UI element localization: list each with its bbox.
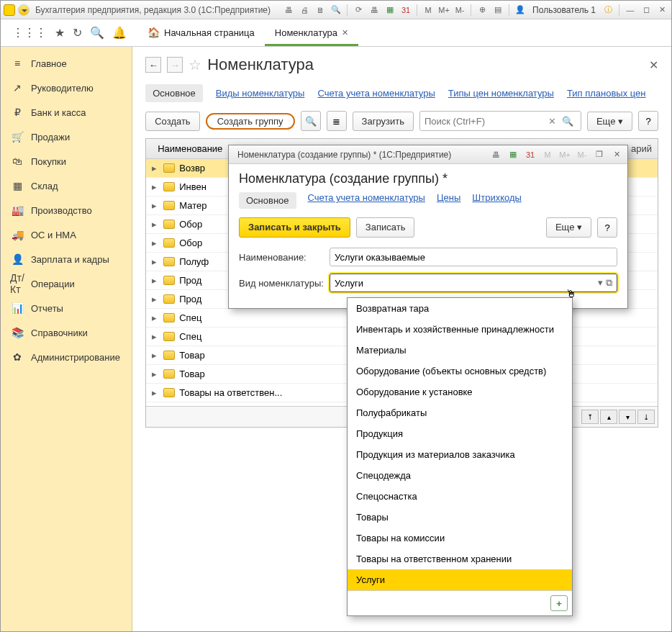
- expand-icon[interactable]: ▸: [152, 294, 159, 304]
- modal-subnav-item[interactable]: Основное: [239, 192, 296, 209]
- save-close-button[interactable]: Записать и закрыть: [239, 217, 350, 238]
- expand-icon[interactable]: ▸: [152, 181, 159, 192]
- mminus-icon[interactable]: M-: [576, 148, 589, 161]
- subnav-item[interactable]: Основное: [145, 84, 203, 102]
- sidebar-item-10[interactable]: 📊Отчеты: [1, 296, 132, 320]
- apps-icon[interactable]: ⋮⋮⋮: [12, 26, 47, 40]
- dropdown-item[interactable]: Товары на комиссии: [348, 528, 572, 549]
- print-icon[interactable]: 🖶: [282, 4, 295, 17]
- save-button[interactable]: Записать: [356, 217, 415, 238]
- dropdown-item[interactable]: Продукция из материалов заказчика: [348, 444, 572, 465]
- memory-m[interactable]: M: [422, 4, 435, 17]
- dropdown-item[interactable]: Спецодежда: [348, 465, 572, 486]
- search-icon[interactable]: 🔍: [90, 26, 104, 40]
- dropdown-item[interactable]: Спецоснастка: [348, 486, 572, 507]
- info-icon[interactable]: ⓘ: [601, 4, 614, 17]
- sidebar-item-7[interactable]: 🚚ОС и НМА: [1, 222, 132, 247]
- expand-icon[interactable]: ▸: [152, 387, 159, 398]
- create-button[interactable]: Создать: [145, 112, 199, 131]
- maximize-icon[interactable]: ◻: [640, 4, 653, 17]
- tab-close-icon[interactable]: ✕: [342, 28, 348, 37]
- expand-icon[interactable]: ▸: [152, 350, 159, 361]
- subnav-item[interactable]: Тип плановых цен: [567, 88, 646, 99]
- dropdown-item[interactable]: Товары на ответственном хранении: [348, 549, 572, 569]
- modal-close-icon[interactable]: ✕: [610, 148, 623, 161]
- back-button[interactable]: ←: [145, 57, 161, 73]
- list-mode-button[interactable]: ≣: [327, 111, 347, 131]
- dropdown-item[interactable]: Оборудование к установке: [348, 382, 572, 402]
- sidebar-item-0[interactable]: ≡Главное: [1, 51, 132, 76]
- close-icon[interactable]: ✕: [655, 4, 668, 17]
- goto-first-button[interactable]: ⤒: [581, 410, 599, 424]
- preview-icon[interactable]: 🔍: [330, 4, 342, 17]
- sidebar-item-9[interactable]: Дт/КтОперации: [1, 271, 132, 296]
- expand-icon[interactable]: ▸: [152, 331, 159, 342]
- help-button[interactable]: ?: [638, 111, 658, 131]
- more-button[interactable]: Еще ▾: [587, 112, 632, 131]
- dropdown-item[interactable]: Материалы: [348, 340, 572, 361]
- sidebar-item-6[interactable]: 🏭Производство: [1, 198, 132, 222]
- sidebar-item-1[interactable]: ↗Руководителю: [1, 76, 132, 100]
- load-button[interactable]: Загрузить: [353, 112, 414, 131]
- go-down-button[interactable]: ▾: [619, 410, 636, 424]
- favorite-icon[interactable]: ★: [55, 26, 65, 40]
- doc-icon[interactable]: 🗎: [314, 4, 327, 17]
- dropdown-caret-icon[interactable]: ▾: [598, 277, 603, 289]
- minimize-icon[interactable]: —: [624, 4, 637, 17]
- print3-icon[interactable]: 🖶: [368, 4, 381, 17]
- go-up-button[interactable]: ▴: [600, 410, 617, 424]
- expand-icon[interactable]: ▸: [152, 200, 159, 211]
- subnav-item[interactable]: Виды номенклатуры: [216, 88, 305, 99]
- history-icon[interactable]: ↻: [73, 26, 82, 40]
- expand-icon[interactable]: ▸: [152, 219, 159, 230]
- find-button[interactable]: 🔍: [301, 111, 321, 131]
- restore-icon[interactable]: ❐: [593, 148, 606, 161]
- calendar-icon[interactable]: ▦: [383, 4, 396, 17]
- expand-icon[interactable]: ▸: [152, 238, 159, 248]
- clear-search-icon[interactable]: ✕: [545, 116, 559, 127]
- dropdown-item[interactable]: Услуги: [348, 569, 572, 590]
- mplus-icon[interactable]: M+: [558, 148, 571, 161]
- add-item-button[interactable]: +: [550, 595, 568, 611]
- dropdown-item[interactable]: Полуфабрикаты: [348, 402, 572, 423]
- forward-button[interactable]: →: [167, 57, 183, 73]
- sidebar-item-8[interactable]: 👤Зарплата и кадры: [1, 247, 132, 271]
- memory-mplus[interactable]: M+: [437, 4, 450, 17]
- modal-more-button[interactable]: Еще ▾: [546, 217, 591, 238]
- calendar-icon[interactable]: ▦: [507, 148, 519, 161]
- dropdown-item[interactable]: Инвентарь и хозяйственные принадлежности: [348, 319, 572, 340]
- expand-icon[interactable]: ▸: [152, 312, 159, 323]
- dropdown-item[interactable]: Возвратная тара: [348, 298, 572, 319]
- sidebar-item-5[interactable]: ▦Склад: [1, 173, 132, 198]
- expand-icon[interactable]: ▸: [152, 163, 159, 173]
- sidebar-item-2[interactable]: ₽Банк и касса: [1, 100, 132, 125]
- modal-subnav-item[interactable]: Счета учета номенклатуры: [308, 192, 425, 209]
- sidebar-item-3[interactable]: 🛒Продажи: [1, 125, 132, 149]
- refresh-icon[interactable]: ⟳: [352, 4, 365, 17]
- expand-icon[interactable]: ▸: [152, 256, 159, 267]
- calendar31-icon[interactable]: 31: [399, 4, 412, 17]
- name-input[interactable]: [335, 252, 612, 263]
- dropdown-item[interactable]: Продукция: [348, 423, 572, 444]
- goto-last-button[interactable]: ⤓: [637, 410, 655, 424]
- bell-icon[interactable]: 🔔: [112, 26, 127, 40]
- sidebar-item-12[interactable]: ✿Администрирование: [1, 345, 132, 369]
- sidebar-item-4[interactable]: 🛍Покупки: [1, 149, 132, 173]
- m-icon[interactable]: M: [541, 148, 554, 161]
- subnav-item[interactable]: Счета учета номенклатуры: [317, 88, 435, 99]
- modal-subnav-item[interactable]: Цены: [437, 192, 460, 209]
- expand-icon[interactable]: ▸: [152, 369, 159, 379]
- subnav-item[interactable]: Типы цен номенклатуры: [448, 88, 554, 99]
- modal-subnav-item[interactable]: Штрихкоды: [472, 192, 522, 209]
- dropdown-item[interactable]: Оборудование (объекты основных средств): [348, 361, 572, 382]
- expand-icon[interactable]: ⧉: [606, 277, 612, 289]
- tab-nomenclature[interactable]: Номенклатура ✕: [265, 22, 358, 46]
- dropdown-item[interactable]: Товары: [348, 507, 572, 528]
- main-menu-caret[interactable]: [18, 4, 29, 16]
- calendar31-icon[interactable]: 31: [524, 148, 537, 161]
- page-favorite-icon[interactable]: ☆: [189, 56, 201, 73]
- memory-mminus[interactable]: M-: [453, 4, 466, 17]
- zoom-icon[interactable]: ⊕: [476, 4, 489, 17]
- expand-icon[interactable]: ▸: [152, 275, 159, 286]
- modal-help-button[interactable]: ?: [597, 217, 617, 238]
